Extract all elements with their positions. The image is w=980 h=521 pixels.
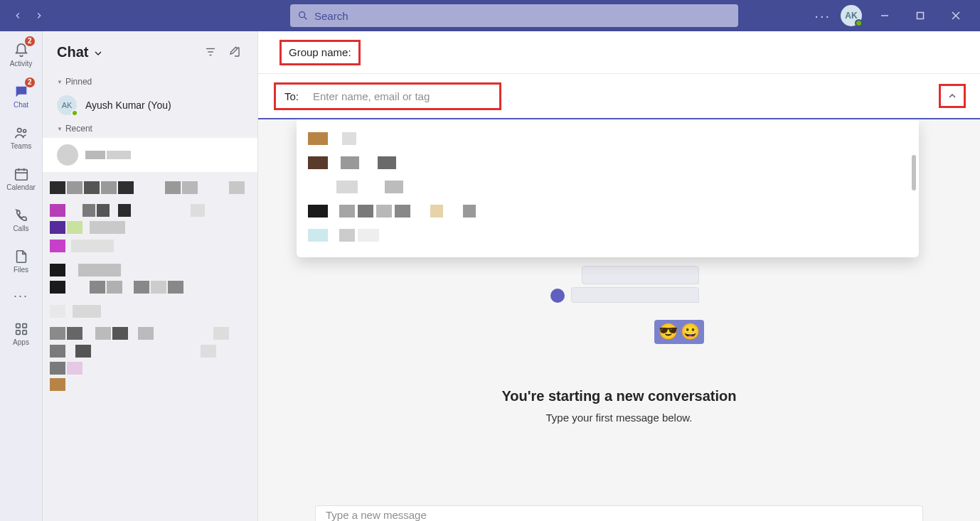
more-options-button[interactable]: ··· (814, 8, 831, 24)
rail-teams[interactable]: Teams (0, 118, 43, 156)
compose-placeholder: Type a new message (326, 509, 427, 521)
list-item[interactable] (43, 344, 257, 375)
list-item[interactable] (308, 151, 907, 175)
avatar-initials: AK (845, 11, 857, 21)
svg-rect-14 (16, 330, 20, 334)
list-item[interactable] (43, 375, 257, 394)
user-avatar[interactable]: AK (841, 5, 862, 26)
to-field-highlight: To: Enter name, email or tag (274, 82, 501, 110)
svg-point-6 (17, 128, 21, 132)
files-icon (14, 249, 29, 264)
list-item[interactable] (43, 323, 257, 344)
svg-line-1 (304, 17, 307, 19)
avatar: AK (57, 95, 77, 115)
start-sub: Type your first message below. (258, 412, 980, 424)
list-item[interactable] (43, 257, 257, 300)
new-chat-content: Group name: To: Enter name, email or tag (258, 31, 980, 521)
list-item[interactable] (43, 203, 257, 235)
chat-list-panel: Chat ▼Pinned AK Ayush Kumar (You) ▼Recen… (43, 31, 258, 521)
svg-rect-12 (16, 323, 20, 328)
minimize-button[interactable] (872, 5, 898, 26)
content-body: 😎 😀 You're starting a new conversation T… (258, 119, 980, 521)
avatar (550, 289, 565, 303)
list-item[interactable] (308, 175, 907, 199)
back-button[interactable] (9, 6, 27, 25)
list-item[interactable] (308, 223, 907, 247)
maximize-button[interactable] (907, 5, 933, 26)
svg-rect-8 (15, 169, 27, 180)
app-rail: Activity 2 Chat 2 Teams Calendar Calls F… (0, 31, 43, 521)
rail-activity[interactable]: Activity 2 (0, 36, 43, 74)
rail-calls[interactable]: Calls (0, 200, 43, 239)
rail-label: Calendar (6, 183, 36, 191)
reaction-strip: 😎 😀 (654, 320, 704, 344)
list-item[interactable] (308, 127, 907, 151)
recent-section[interactable]: ▼Recent (43, 119, 257, 138)
group-name-label: Group name: (289, 46, 351, 58)
emoji-sunglasses: 😎 (659, 323, 678, 341)
chat-list-title: Chat (57, 44, 88, 60)
teams-icon (14, 125, 29, 141)
compose-box[interactable]: Type a new message (315, 505, 923, 521)
list-item[interactable] (308, 199, 907, 223)
chat-badge: 2 (25, 77, 35, 87)
new-chat-button[interactable] (226, 43, 243, 60)
title-bar: Search ··· AK (0, 0, 980, 31)
close-button[interactable] (943, 5, 969, 26)
rail-label: Calls (13, 225, 28, 232)
rail-label: Activity (10, 60, 33, 68)
list-item[interactable] (43, 138, 257, 172)
more-icon: ··· (14, 289, 28, 304)
search-box[interactable]: Search (290, 4, 738, 27)
titlebar-right: ··· AK (814, 5, 969, 26)
list-item[interactable] (43, 300, 257, 323)
message-bubble (582, 266, 699, 284)
rail-label: Apps (13, 338, 29, 346)
svg-rect-3 (917, 13, 924, 19)
presence-dot (71, 109, 78, 117)
rail-files[interactable]: Files (0, 242, 43, 280)
svg-point-7 (23, 129, 26, 132)
rail-label: Files (14, 266, 28, 274)
list-item[interactable] (43, 235, 257, 257)
search-placeholder: Search (314, 10, 348, 22)
to-row: To: Enter name, email or tag (258, 74, 980, 119)
message-bubble (571, 287, 699, 303)
people-suggestion-dropdown[interactable] (297, 119, 919, 257)
group-name-highlight: Group name: (279, 40, 361, 65)
list-item[interactable] (43, 172, 257, 203)
rail-more[interactable]: ··· (0, 283, 43, 308)
svg-rect-15 (22, 330, 26, 334)
emoji-grin: 😀 (681, 323, 700, 341)
chevron-up-icon (947, 90, 958, 102)
filter-button[interactable] (202, 43, 219, 60)
presence-indicator (855, 19, 863, 27)
collapse-button[interactable] (947, 90, 958, 102)
start-conversation-text: You're starting a new conversation Type … (258, 388, 980, 424)
avatar (57, 144, 78, 166)
rail-chat[interactable]: Chat 2 (0, 77, 43, 115)
phone-icon (14, 208, 29, 223)
forward-button[interactable] (30, 6, 48, 25)
svg-rect-13 (22, 323, 26, 328)
group-name-row: Group name: (258, 31, 980, 74)
chat-list-header: Chat (43, 31, 257, 72)
to-label: To: (284, 90, 299, 102)
chat-name: Ayush Kumar (You) (85, 100, 171, 111)
rail-label: Chat (14, 101, 28, 109)
start-heading: You're starting a new conversation (258, 388, 980, 404)
to-placeholder[interactable]: Enter name, email or tag (313, 90, 430, 102)
collapse-to-highlight (939, 84, 966, 108)
scrollbar[interactable] (912, 155, 916, 190)
activity-badge: 2 (25, 36, 35, 46)
rail-calendar[interactable]: Calendar (0, 159, 43, 198)
calendar-icon (14, 166, 29, 182)
pinned-self-chat[interactable]: AK Ayush Kumar (You) (43, 91, 257, 119)
chevron-down-icon[interactable] (92, 48, 104, 59)
rail-apps[interactable]: Apps (0, 314, 43, 353)
rail-label: Teams (11, 142, 31, 150)
svg-point-0 (299, 12, 305, 18)
apps-icon (14, 321, 29, 337)
pinned-section[interactable]: ▼Pinned (43, 72, 257, 91)
message-preview (571, 266, 699, 303)
